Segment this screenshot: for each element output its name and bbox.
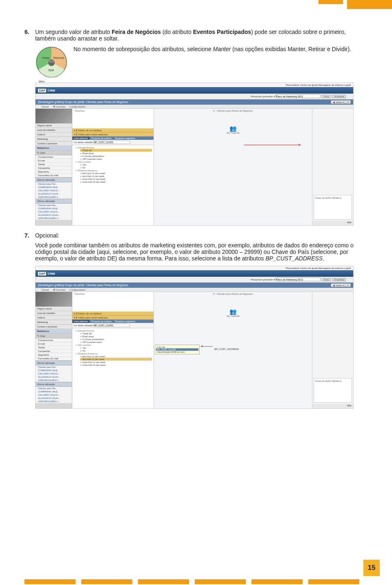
nav-marketing-2[interactable]: Marketing [36, 320, 72, 325]
nav-worklist[interactable]: Lista de trabalho [36, 128, 72, 132]
tab-lista-2[interactable]: Lista atributos [72, 320, 89, 323]
gravar-link[interactable]: 📄 Gravar [38, 105, 49, 108]
saved-search-input[interactable] [276, 94, 321, 98]
ampliado-button-2[interactable]: Ampliado [332, 278, 346, 281]
nav-calendar-2[interactable]: Calend. [36, 316, 72, 320]
dd-row-3[interactable]: Classificação ESAB em test [156, 351, 198, 353]
attr-list-select-input-2[interactable] [94, 324, 130, 327]
nav-util-3[interactable]: CALCARIO VALE D... [36, 189, 72, 192]
nav-util-1[interactable]: Clientes para Feir... [36, 182, 72, 186]
attr-group-2b[interactable]: ▾ É Válido para vários atributos [72, 316, 154, 320]
nav-util-6b[interactable]: Clientes para Feir... [36, 387, 72, 390]
nav-util-10b[interactable]: AGROPECUARIA V... [36, 400, 72, 403]
canvas-node-2[interactable]: 👥 Yes, Trade fair [226, 308, 239, 317]
tree-sf1-2[interactable]: ▸less than 1x per month [80, 355, 152, 358]
nav-criar-2[interactable]: ✎ Criar [36, 334, 72, 338]
nav-sub-tarefa-2[interactable]: Tarefa [36, 346, 72, 350]
nav-util-7b[interactable]: COMPANHIA VALE... [36, 390, 72, 393]
dropdown-popup[interactable]: 1 km lev BP_CUST_CLASS Classificação ESA… [155, 345, 200, 354]
nav-sub-formulario-2[interactable]: Formulário do mail [36, 357, 72, 361]
nav-sub-campanha[interactable]: Campanha [36, 166, 72, 170]
nav-util-4b[interactable]: ALUGAVACO ALUG... [36, 375, 72, 379]
nav-sub-segmento[interactable]: Segmento [36, 170, 72, 174]
nav-util-9[interactable]: ALUGAVACO ALUG... [36, 213, 72, 217]
nav-sub-tarefa[interactable]: Tarefa [36, 163, 72, 166]
tree-vip-2[interactable]: ▸VIP customer event [80, 341, 152, 343]
nav-util-6[interactable]: Clientes para Feir... [36, 204, 72, 207]
nav-sub-email[interactable]: E-mail [36, 159, 72, 163]
attr-list-select-input[interactable] [94, 141, 130, 144]
nav-accounts[interactable]: Contas e produtos [36, 141, 72, 146]
tree-roadshow[interactable]: ▸Road show [80, 152, 152, 155]
nav-util-9b[interactable]: ALUGAVACO ALUG... [36, 397, 72, 400]
tab-lista[interactable]: Lista atributos [72, 137, 89, 140]
tree-sf2-2[interactable]: ▸less than 1x per week [80, 358, 152, 361]
inicio-button[interactable]: Início [322, 95, 331, 98]
nav-sub-formulario[interactable]: Formulário do mail [36, 174, 72, 177]
nav-accounts-2[interactable]: Contas e produtos [36, 325, 72, 329]
nav-sub-compromisso[interactable]: Compromisso [36, 155, 72, 159]
nav-sub-compromisso-2[interactable]: Compromisso [36, 338, 72, 342]
modeling-canvas[interactable]: 0 - Clientes para Feiras de Negócios 👥 Y… [154, 109, 312, 226]
tree-roadshow-2[interactable]: ▸Road show [80, 335, 152, 338]
saved-searches-label-2[interactable]: Pesquisas gravadas ▾ [251, 278, 275, 281]
nav-reports-2[interactable]: Relatórios [36, 329, 72, 334]
nav-home-2[interactable]: Página inicial [36, 307, 72, 311]
tree-tradefair-2[interactable]: ▸Trade fair [80, 332, 152, 335]
saved-search-input-2[interactable] [276, 278, 321, 281]
nav-sub-campanha-2[interactable]: Campanha [36, 350, 72, 353]
tree-no[interactable]: ▸No [80, 166, 152, 169]
saved-searches-label[interactable]: Pesquisas gravadas ▾ [251, 95, 275, 98]
sap-top-links[interactable]: Personalizar Centro de ajuda Mensagens d… [36, 83, 353, 87]
tree-inhouse[interactable]: ▸In-house presentation [80, 155, 152, 157]
attr-group-1[interactable]: ▸ É Dentro de um atributo [72, 128, 154, 132]
voltar-button-2[interactable]: ◀ Voltar ▾ ▢ ▾ [331, 283, 351, 287]
nav-criar[interactable]: ✎ Criar [36, 150, 72, 155]
tree-yes[interactable]: ▸Yes [80, 163, 152, 166]
tree-no-2[interactable]: ▸No [80, 349, 152, 352]
tree-yes-2[interactable]: ▸Yes [80, 346, 152, 349]
nav-marketing[interactable]: Marketing [36, 137, 72, 141]
tree-sf3[interactable]: ▸more than 1x per week [80, 177, 152, 180]
tree-tradefair[interactable]: ▸Trade fair [80, 149, 152, 152]
nav-util-7[interactable]: COMPANHIA VALE... [36, 207, 72, 210]
gravar-link-2[interactable]: 📄 Gravar [38, 289, 49, 291]
tree-sf1[interactable]: ▸less than 1x per month [80, 172, 152, 175]
tab-pesquisa-seg-2[interactable]: Pesquisa: segmento [113, 320, 137, 323]
nav-sub-segmento-2[interactable]: Segmento [36, 353, 72, 357]
nav-util-4[interactable]: ALUGAVACO ALUG... [36, 192, 72, 195]
nav-sub-email-2[interactable]: E-mail [36, 342, 72, 346]
nav-util-5[interactable]: AGROPECUARIA V... [36, 195, 72, 199]
config-link-2[interactable]: Configurações [69, 289, 85, 291]
nav-util-8[interactable]: CALCARIO VALE D... [36, 210, 72, 213]
cancelar-link[interactable]: ✖ Cancelar [53, 105, 66, 108]
nav-calendar[interactable]: Calend. [36, 132, 72, 137]
attr-group-1b[interactable]: ▸ É Dentro de um atributo [72, 312, 154, 316]
attr-group-2[interactable]: ▾ É Válido para vários atributos [72, 132, 154, 137]
nav-util-1b[interactable]: Clientes para Feir... [36, 365, 72, 369]
inicio-button-2[interactable]: Início [322, 278, 331, 281]
nav-worklist-2[interactable]: Lista de trabalho [36, 311, 72, 316]
tree-inhouse-2[interactable]: ▸In-house presentation [80, 338, 152, 341]
tree-sf3-2[interactable]: ▸more than 1x per week [80, 361, 152, 363]
ampliado-button[interactable]: Ampliado [332, 95, 346, 98]
tree-sf4[interactable]: ▸more than 3x per week [80, 180, 152, 183]
canvas-node[interactable]: 👥 Yes, Trade fair [226, 125, 239, 134]
nav-util-2[interactable]: COMPANHIA VALE... [36, 186, 72, 189]
tree-sf4-2[interactable]: ▸more than 3x per week [80, 363, 152, 366]
tab-pesquisa-atr-2[interactable]: Pesquisa de atributo [89, 320, 113, 323]
cancelar-link-2[interactable]: ✖ Cancelar [53, 289, 66, 291]
nav-util-5b[interactable]: AGROPECUARIA V... [36, 379, 72, 382]
nav-reports[interactable]: Relatórios [36, 146, 72, 150]
voltar-button[interactable]: ◀ Voltar ▾ ▢ ▾ [331, 100, 351, 104]
tab-pesquisa-seg[interactable]: Pesquisa: segmento [113, 137, 137, 140]
nav-util-3b[interactable]: CALCARIO VALE D... [36, 372, 72, 375]
nav-util-8b[interactable]: CALCARIO VALE D... [36, 393, 72, 397]
tab-pesquisa-atr[interactable]: Pesquisa de atributo [89, 137, 113, 140]
nav-util-2b[interactable]: COMPANHIA VALE... [36, 369, 72, 372]
tree-vip[interactable]: ▸VIP customer event [80, 157, 152, 160]
nav-home[interactable]: Página inicial [36, 123, 72, 128]
nav-util-10[interactable]: AGROPECUARIA V... [36, 217, 72, 220]
config-link[interactable]: Configurações [69, 105, 85, 108]
sap-top-links-2[interactable]: Personalizar Centro de ajuda Mensagens d… [36, 266, 353, 270]
